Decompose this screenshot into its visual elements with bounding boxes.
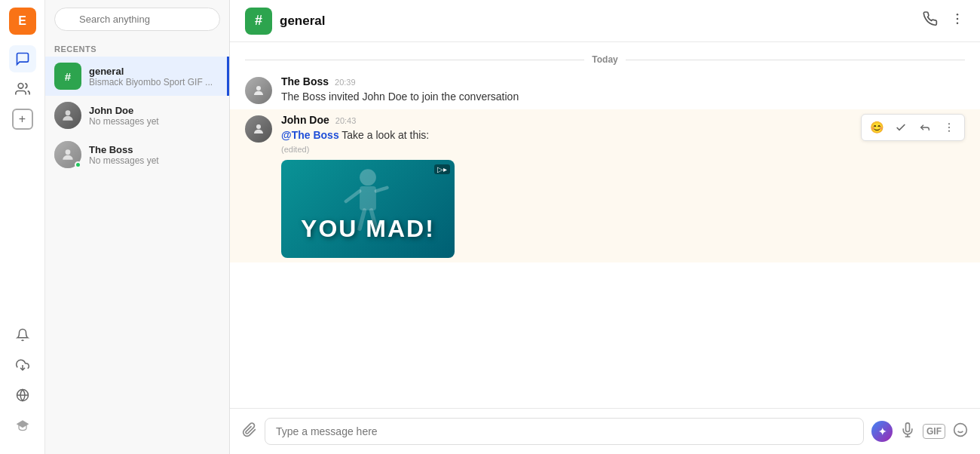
nav-globe-icon[interactable] — [9, 382, 36, 409]
mic-button[interactable] — [900, 422, 915, 441]
emoji-button[interactable] — [953, 422, 968, 441]
msg-header-boss-system: The Boss 20:39 — [281, 75, 965, 87]
channel-avatar-general: # — [54, 63, 81, 90]
app-icon[interactable]: E — [9, 8, 36, 35]
avatar-img-john-doe — [54, 102, 81, 129]
msg-mention: @The Boss — [281, 129, 339, 141]
svg-line-14 — [376, 188, 387, 192]
item-name-general: general — [89, 66, 218, 77]
msg-time-boss-system: 20:39 — [335, 78, 356, 87]
item-name-john-doe: John Doe — [89, 105, 220, 116]
search-bar: 🔍 — [45, 0, 229, 38]
msg-sender-boss-system: The Boss — [281, 75, 329, 87]
svg-point-22 — [954, 423, 967, 436]
avatar-the-boss — [54, 141, 81, 168]
emoji-reaction-button[interactable]: 😊 — [866, 117, 887, 138]
reply-button[interactable] — [914, 117, 936, 138]
svg-point-6 — [957, 14, 959, 16]
icon-bar-bottom — [9, 321, 36, 446]
item-preview-john-doe: No messages yet — [89, 116, 220, 127]
date-label: Today — [592, 54, 617, 65]
search-wrapper: 🔍 — [54, 8, 220, 31]
msg-time-john-gif: 20:43 — [335, 116, 357, 125]
item-info-general: general Bismack Biyombo Sport GIF ... — [89, 66, 218, 87]
nav-download-icon[interactable] — [9, 351, 36, 379]
msg-edited-label: (edited) — [281, 145, 965, 154]
msg-text-body: Take a look at this: — [339, 129, 430, 141]
input-bar: ✦ GIF — [230, 408, 980, 454]
nav-hat-icon[interactable] — [9, 412, 36, 439]
date-divider: Today — [230, 42, 980, 71]
svg-point-7 — [957, 18, 959, 20]
chat-main: # general Today — [230, 0, 980, 454]
attach-button[interactable] — [242, 422, 257, 441]
svg-point-11 — [360, 169, 376, 186]
gif-badge: ▷▸ — [434, 164, 450, 174]
svg-point-5 — [66, 149, 71, 155]
channel-name: general — [280, 14, 325, 29]
chat-header-right — [923, 11, 965, 30]
date-line-left — [245, 60, 584, 60]
channel-hash-icon: # — [245, 8, 272, 35]
message-row-system: The Boss 20:39 The Boss invited John Doe… — [230, 71, 980, 109]
message-input[interactable] — [265, 418, 864, 445]
msg-sender-john-gif: John Doe — [281, 114, 329, 126]
svg-rect-12 — [360, 186, 376, 210]
chat-header-left: # general — [245, 8, 325, 35]
msg-avatar-john — [245, 115, 272, 143]
date-line-right — [626, 60, 965, 60]
nav-bell-icon[interactable] — [9, 321, 36, 348]
nav-chat-icon[interactable] — [9, 45, 36, 72]
item-name-the-boss: The Boss — [89, 144, 220, 155]
call-icon[interactable] — [923, 11, 938, 30]
gif-button[interactable]: GIF — [923, 424, 945, 440]
message-row-john-gif: John Doe 20:43 @The Boss Take a look at … — [230, 109, 980, 262]
svg-point-19 — [948, 130, 950, 132]
svg-point-4 — [66, 110, 71, 115]
checkmark-button[interactable] — [890, 117, 911, 138]
avatar-inner-john — [245, 115, 272, 143]
nav-contacts-icon[interactable] — [9, 75, 36, 103]
add-channel-button[interactable]: + — [12, 109, 33, 130]
gif-container: ▷▸ YOU MAD! — [281, 160, 455, 258]
svg-line-13 — [346, 191, 360, 201]
svg-point-17 — [948, 123, 950, 124]
item-preview-general: Bismack Biyombo Sport GIF ... — [89, 77, 218, 87]
sidebar-list: # general Bismack Biyombo Sport GIF ... … — [45, 57, 229, 454]
avatar-inner-boss-system — [245, 77, 272, 104]
item-info-the-boss: The Boss No messages yet — [89, 144, 220, 166]
msg-actions-john: 😊 — [861, 114, 965, 141]
messages-area: Today The Boss 20:39 The Boss invited Jo… — [230, 42, 980, 408]
sidebar: 🔍 RECENTS # general Bismack Biyombo Spor… — [45, 0, 230, 454]
msg-avatar-boss-system — [245, 77, 272, 104]
item-preview-the-boss: No messages yet — [89, 155, 220, 166]
avatar-john-doe — [54, 102, 81, 129]
chat-header: # general — [230, 0, 980, 42]
svg-point-18 — [948, 127, 950, 128]
icon-bar: E + — [0, 0, 45, 454]
sidebar-item-john-doe[interactable]: John Doe No messages yet — [45, 96, 229, 135]
search-input[interactable] — [54, 8, 220, 31]
recents-label: RECENTS — [45, 38, 229, 57]
msg-text-system: The Boss invited John Doe to join the co… — [281, 89, 965, 105]
gemini-button[interactable]: ✦ — [871, 421, 893, 442]
more-actions-button[interactable] — [939, 117, 960, 138]
input-icons: ✦ GIF — [871, 421, 968, 442]
sidebar-item-general[interactable]: # general Bismack Biyombo Sport GIF ... — [45, 57, 229, 96]
msg-content-system: The Boss 20:39 The Boss invited John Doe… — [281, 75, 965, 105]
svg-point-9 — [256, 86, 261, 90]
svg-point-0 — [18, 84, 23, 89]
more-options-icon[interactable] — [950, 11, 965, 30]
svg-point-8 — [957, 23, 959, 25]
sidebar-item-the-boss[interactable]: The Boss No messages yet — [45, 135, 229, 174]
gif-text: YOU MAD! — [301, 215, 435, 243]
item-info-john-doe: John Doe No messages yet — [89, 105, 220, 127]
svg-point-10 — [256, 124, 261, 129]
online-indicator-the-boss — [75, 161, 81, 168]
